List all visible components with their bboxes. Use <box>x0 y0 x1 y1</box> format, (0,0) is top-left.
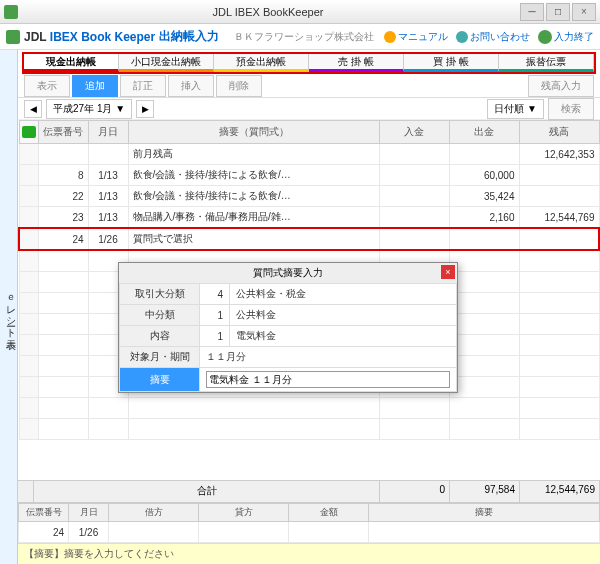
modal-desc-input[interactable] <box>206 371 450 388</box>
tab-petty-cash[interactable]: 小口現金出納帳 <box>119 54 214 72</box>
exit-icon <box>538 30 552 44</box>
title-bar: JDL IBEX BookKeeper ─ □ × <box>0 0 600 24</box>
app-icon <box>4 5 18 19</box>
toolbar: 表示 追加 訂正 挿入 削除 残高入力 <box>18 74 600 98</box>
brand: JDL IBEX Book Keeper <box>24 30 155 44</box>
modal-cat2-val[interactable]: 公共料金 <box>230 305 457 326</box>
modal-cat2-label: 中分類 <box>120 305 200 326</box>
modal-cat3-no[interactable]: 1 <box>200 326 230 347</box>
search-button[interactable]: 検索 <box>548 98 594 120</box>
period-select[interactable]: 平成27年 1月 ▼ <box>46 99 132 119</box>
modal-cat1-val[interactable]: 公共料金・税金 <box>230 284 457 305</box>
receipt-side-tab[interactable]: ｅレシート表示 <box>0 50 18 564</box>
app-bar: JDL IBEX Book Keeper 出納帳入力 ＢＫフラワーショップ株式会… <box>0 24 600 50</box>
maximize-button[interactable]: □ <box>546 3 570 21</box>
modal-cat3-label: 内容 <box>120 326 200 347</box>
modal-desc-label: 摘要 <box>120 368 200 392</box>
total-label: 合計 <box>34 481 380 502</box>
col-bal: 残高 <box>519 121 599 144</box>
detail-row[interactable]: 241/26 <box>19 522 600 543</box>
dcol-debit: 借方 <box>109 504 199 522</box>
sheet-icon <box>22 126 36 138</box>
col-desc: 摘要（質問式） <box>128 121 379 144</box>
page-title: 出納帳入力 <box>159 28 219 45</box>
tab-payable[interactable]: 買 掛 帳 <box>404 54 499 72</box>
hint-bar: 【摘要】摘要を入力してください <box>18 543 600 564</box>
modal-cat3-val[interactable]: 電気料金 <box>230 326 457 347</box>
dcol-date: 月日 <box>69 504 109 522</box>
ledger-table: 伝票番号 月日 摘要（質問式） 入金 出金 残高 前月残高12,642,3538… <box>18 120 600 480</box>
table-row[interactable]: 221/13飲食/会議・接待/接待による飲食/…35,424 <box>19 186 599 207</box>
tab-deposit[interactable]: 預金出納帳 <box>214 54 309 72</box>
contact-link[interactable]: お問い合わせ <box>456 30 530 44</box>
exit-link[interactable]: 入力終了 <box>538 30 594 44</box>
minimize-button[interactable]: ─ <box>520 3 544 21</box>
tab-transfer[interactable]: 振替伝票 <box>499 54 594 72</box>
modal-period-val[interactable]: １１月分 <box>200 347 457 368</box>
ledger-tabs: 現金出納帳 小口現金出納帳 預金出納帳 売 掛 帳 買 掛 帳 振替伝票 <box>22 52 596 74</box>
window-title: JDL IBEX BookKeeper <box>18 6 518 18</box>
total-out: 97,584 <box>450 481 520 502</box>
close-window-button[interactable]: × <box>572 3 596 21</box>
col-in: 入金 <box>379 121 449 144</box>
total-row: 合計 0 97,584 12,544,769 <box>18 480 600 502</box>
tab-receivable[interactable]: 売 掛 帳 <box>309 54 404 72</box>
dcol-no: 伝票番号 <box>19 504 69 522</box>
tab-cash[interactable]: 現金出納帳 <box>24 54 119 72</box>
logo-icon <box>6 30 20 44</box>
view-button[interactable]: 表示 <box>24 75 70 97</box>
company-name: ＢＫフラワーショップ株式会社 <box>234 30 374 44</box>
modal-cat2-no[interactable]: 1 <box>200 305 230 326</box>
modal-close-button[interactable]: × <box>441 265 455 279</box>
col-date: 月日 <box>88 121 128 144</box>
modal-cat1-label: 取引大分類 <box>120 284 200 305</box>
prev-month-button[interactable]: ◀ <box>24 100 42 118</box>
total-bal: 12,544,769 <box>520 481 600 502</box>
insert-button[interactable]: 挿入 <box>168 75 214 97</box>
modal-desc-cell <box>200 368 457 392</box>
table-row[interactable]: 前月残高12,642,353 <box>19 144 599 165</box>
next-month-button[interactable]: ▶ <box>136 100 154 118</box>
dcol-amount: 金額 <box>289 504 369 522</box>
modal-period-label: 対象月・期間 <box>120 347 200 368</box>
icon-col[interactable] <box>19 121 38 144</box>
detail-grid: 伝票番号 月日 借方 貸方 金額 摘要 241/26 <box>18 502 600 543</box>
manual-icon <box>384 31 396 43</box>
table-row[interactable]: 231/13物品購入/事務・備品/事務用品/雑…2,16012,544,769 <box>19 207 599 229</box>
add-button[interactable]: 追加 <box>72 75 118 97</box>
chat-icon <box>456 31 468 43</box>
table-row[interactable]: 241/26質問式で選択 <box>19 228 599 250</box>
modal-title: 質問式摘要入力 × <box>119 263 457 283</box>
col-out: 出金 <box>449 121 519 144</box>
dcol-desc: 摘要 <box>369 504 600 522</box>
manual-link[interactable]: マニュアル <box>384 30 448 44</box>
balance-button[interactable]: 残高入力 <box>528 75 594 97</box>
table-row[interactable]: 81/13飲食/会議・接待/接待による飲食/…60,000 <box>19 165 599 186</box>
summary-modal: 質問式摘要入力 × 取引大分類4公共料金・税金 中分類1公共料金 内容1電気料金… <box>118 262 458 393</box>
edit-button[interactable]: 訂正 <box>120 75 166 97</box>
dcol-credit: 貸方 <box>199 504 289 522</box>
sort-select[interactable]: 日付順 ▼ <box>487 99 544 119</box>
date-bar: ◀ 平成27年 1月 ▼ ▶ 日付順 ▼ 検索 <box>18 98 600 120</box>
modal-cat1-no[interactable]: 4 <box>200 284 230 305</box>
delete-button[interactable]: 削除 <box>216 75 262 97</box>
col-no: 伝票番号 <box>38 121 88 144</box>
total-in: 0 <box>380 481 450 502</box>
